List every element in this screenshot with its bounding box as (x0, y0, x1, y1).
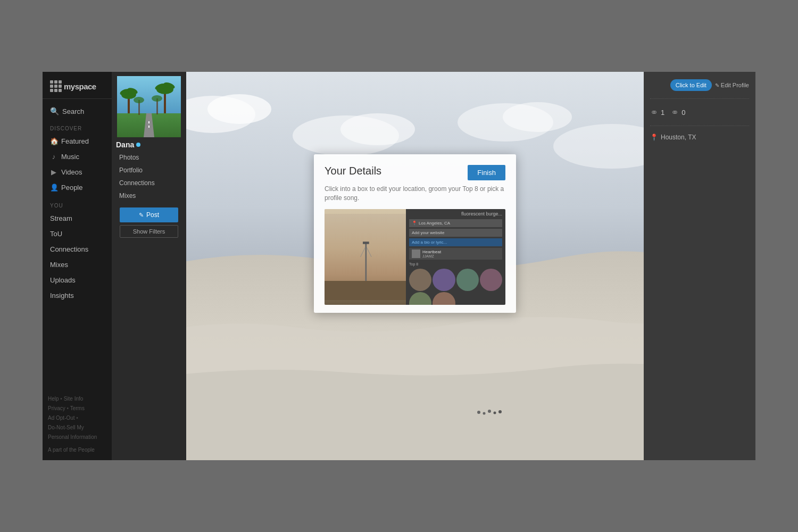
followers-icon: ⚭ (671, 106, 679, 118)
preview-location-text: Los Angeles, CA (419, 221, 450, 226)
edit-profile-link[interactable]: ✎ Edit Profile (715, 82, 749, 88)
preview-song-title: Heartbeat (422, 250, 441, 254)
top8-item-5 (409, 292, 431, 305)
logo[interactable]: myspace (50, 80, 104, 92)
location-divider (650, 126, 749, 126)
sidebar-item-mixes[interactable]: Mixes (43, 257, 112, 272)
help-link[interactable]: Help (48, 396, 59, 402)
profile-menu-connections[interactable]: Connections (112, 177, 186, 189)
main-content-area: Your Details Finish Click into a box to … (186, 72, 644, 460)
sidebar-item-tou[interactable]: ToU (43, 226, 112, 242)
logo-icon (50, 80, 62, 92)
svg-point-27 (494, 412, 496, 414)
search-label: Search (62, 107, 84, 115)
followers-count: 0 (681, 109, 685, 117)
post-button-label: Post (146, 211, 159, 219)
profile-menu-portfolio[interactable]: Portfolio (112, 164, 186, 177)
sidebar-item-videos-label: Videos (61, 168, 82, 176)
svg-point-24 (477, 411, 480, 414)
privacy-link[interactable]: Privacy (48, 405, 65, 411)
sidebar-item-featured[interactable]: 🏠 Featured (43, 134, 112, 149)
connections-row: ⚭ 1 ⚭ 0 (650, 106, 749, 118)
profile-name-row: Dana (112, 140, 186, 149)
connections-icon: ⚭ (650, 106, 658, 118)
sidebar-item-uploads-label: Uploads (50, 276, 76, 284)
do-not-sell-link[interactable]: Do-Not-Sell My Personal Information (48, 425, 97, 440)
sidebar-item-stream-label: Stream (50, 214, 72, 222)
preview-location-icon: 📍 (412, 221, 417, 226)
profile-menu-mixes[interactable]: Mixes (112, 189, 186, 202)
connections-divider (650, 98, 749, 99)
location-text: Houston, TX (661, 134, 696, 141)
sidebar-item-videos[interactable]: ▶ Videos (43, 164, 112, 180)
ad-opt-out-link[interactable]: Ad Opt-Out (48, 415, 75, 421)
top8-item-3 (456, 269, 479, 291)
sidebar-item-stream[interactable]: Stream (43, 211, 112, 226)
preview-top8-grid (409, 269, 502, 305)
details-header: Your Details Finish (325, 165, 505, 180)
sidebar-item-connections[interactable]: Connections (43, 242, 112, 257)
preview-bio-field: Add a bio or lyric... (409, 238, 502, 246)
profile-menu: Photos Portfolio Connections Mixes (112, 151, 186, 202)
svg-rect-34 (325, 281, 406, 300)
preview-website-field: Add your website (409, 229, 502, 237)
search-area: 🔍 Search (43, 99, 112, 121)
preview-username: fluorescent burge... (409, 211, 502, 217)
tagline: A part of the People (48, 447, 95, 453)
your-details-modal: Your Details Finish Click into a box to … (314, 154, 516, 313)
edit-profile-label: Edit Profile (721, 82, 749, 88)
top8-item-1 (409, 269, 431, 291)
click-to-edit-button[interactable]: Click to Edit (670, 79, 712, 91)
profile-name: Dana (116, 140, 134, 149)
svg-point-20 (340, 113, 415, 145)
sidebar-item-uploads[interactable]: Uploads (43, 272, 112, 288)
profile-cover-image[interactable] (117, 76, 181, 137)
discover-section-label: DISCOVER (43, 121, 112, 134)
svg-rect-30 (365, 243, 367, 281)
svg-point-22 (503, 102, 572, 132)
preview-website-text: Add your website (412, 230, 444, 235)
profile-menu-photos[interactable]: Photos (112, 151, 186, 164)
preview-song-artwork (412, 250, 420, 258)
search-nav-item[interactable]: 🔍 Search (48, 104, 106, 118)
music-icon: ♪ (50, 153, 57, 161)
show-filters-button[interactable]: Show Filters (120, 225, 178, 238)
connections-count: 1 (661, 109, 664, 117)
sidebar-item-insights[interactable]: Insights (43, 288, 112, 303)
finish-button[interactable]: Finish (468, 165, 505, 180)
svg-point-13 (134, 97, 144, 103)
online-indicator (136, 143, 140, 147)
show-filters-label: Show Filters (133, 228, 165, 235)
connections-count-item: ⚭ 1 (650, 106, 664, 118)
preview-song-box: Heartbeat JJAMZ (409, 248, 502, 260)
footer-links: Help • Site Info Privacy • Terms Ad Opt-… (43, 389, 112, 460)
right-panel: Click to Edit ✎ Edit Profile ⚭ 1 ⚭ 0 (644, 72, 755, 460)
preview-song-info: Heartbeat JJAMZ (422, 250, 441, 258)
profile-image-svg (117, 76, 181, 137)
preview-photo-left (325, 209, 406, 305)
top8-item-6 (433, 292, 455, 305)
location-row: 📍 Houston, TX (650, 134, 749, 141)
preview-details-ui: fluorescent burge... 📍 Los Angeles, CA A… (406, 209, 505, 305)
sidebar-item-people[interactable]: 👤 People (43, 180, 112, 195)
profile-panel: Dana Photos Portfolio Connections Mixes … (112, 72, 186, 460)
site-info-link[interactable]: Site Info (64, 396, 84, 402)
sidebar-item-people-label: People (61, 184, 82, 192)
details-subtitle: Click into a box to edit your location, … (325, 185, 505, 203)
sidebar-item-music[interactable]: ♪ Music (43, 149, 112, 164)
you-section-label: YOU (43, 198, 112, 211)
svg-point-26 (488, 410, 491, 413)
post-icon: ✎ (139, 212, 144, 219)
svg-point-25 (483, 412, 486, 415)
svg-point-28 (498, 410, 502, 413)
preview-bio-text: Add a bio or lyric... (412, 240, 447, 245)
preview-location-field: 📍 Los Angeles, CA (409, 219, 502, 227)
svg-rect-31 (363, 242, 369, 244)
terms-link[interactable]: Terms (70, 405, 85, 411)
top8-item-2 (433, 269, 455, 291)
post-button[interactable]: ✎ Post (120, 207, 178, 222)
logo-area: myspace (43, 72, 112, 99)
preview-landscape-svg (325, 209, 406, 305)
svg-point-18 (207, 94, 271, 124)
top8-item-4 (480, 269, 502, 291)
